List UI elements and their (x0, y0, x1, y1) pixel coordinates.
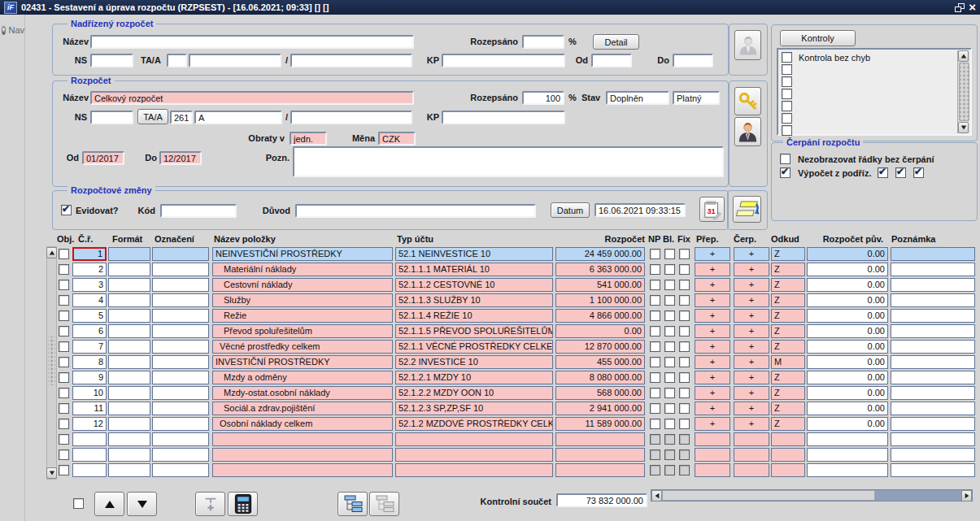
cell-rozpocet[interactable] (555, 448, 645, 462)
cell-prep[interactable]: + (695, 309, 730, 323)
cell-oznaceni[interactable] (152, 293, 209, 307)
cell-rozpocet-puv[interactable]: 0.00 (807, 278, 888, 292)
fix-checkbox[interactable] (679, 280, 690, 290)
bl-checkbox[interactable] (664, 419, 675, 429)
cell-cerp[interactable]: + (734, 278, 769, 292)
bl-checkbox[interactable] (664, 310, 675, 321)
bl-checkbox[interactable] (664, 264, 675, 275)
bl-checkbox[interactable] (664, 295, 675, 306)
cell-rozpocet[interactable]: 11 589 000.00 (555, 417, 645, 431)
kontrola-checkbox[interactable] (782, 76, 792, 87)
cell-nazev[interactable]: INVESTIČNÍ PROSTŘEDKY (212, 355, 393, 369)
cell-rozpocet-puv[interactable]: 0.00 (807, 402, 888, 415)
cell-odkud[interactable]: Z (771, 340, 805, 354)
cell-rozpocet-puv[interactable]: 0.00 (807, 247, 888, 261)
cell-cerp[interactable]: + (734, 340, 769, 354)
cell-poznamka[interactable] (891, 340, 975, 354)
row-select-checkbox[interactable] (59, 419, 69, 429)
kod-field[interactable] (160, 204, 237, 218)
cell-typ-uctu[interactable]: 52.1.1.1 MATERIÁL 10 (395, 263, 553, 276)
cell-odkud[interactable]: Z (771, 371, 805, 384)
cell-prep[interactable] (695, 432, 730, 446)
parent-taa2-field[interactable] (189, 54, 281, 67)
cell-format[interactable] (108, 463, 150, 477)
cell-nazev[interactable]: Mzdy-ostat.osobní náklady (212, 386, 393, 400)
cell-oznaceni[interactable] (152, 247, 209, 261)
obraty-field[interactable] (290, 132, 327, 145)
cell-prep[interactable]: + (695, 340, 730, 354)
kontrola-checkbox[interactable] (782, 64, 792, 75)
cell-nazev[interactable]: Materiální náklady (212, 263, 393, 276)
np-checkbox[interactable] (650, 341, 660, 352)
cell-format[interactable] (108, 417, 150, 431)
bl-checkbox[interactable] (664, 357, 675, 367)
np-checkbox[interactable] (650, 280, 660, 290)
np-checkbox[interactable] (650, 264, 660, 275)
fix-checkbox[interactable] (679, 264, 690, 275)
insert-row-button[interactable] (195, 492, 225, 516)
cell-format[interactable] (108, 247, 150, 261)
cell-typ-uctu[interactable]: 52.2 INVESTICE 10 (395, 355, 553, 369)
nezobrazovat-checkbox[interactable] (780, 154, 791, 164)
fix-checkbox[interactable] (679, 326, 690, 336)
row-select-checkbox[interactable] (59, 449, 69, 460)
budget-od-field[interactable] (82, 151, 124, 165)
cell-cr[interactable]: 6 (72, 324, 107, 338)
cell-cerp[interactable]: + (734, 371, 769, 384)
cell-cerp[interactable]: + (734, 247, 769, 261)
cell-typ-uctu[interactable] (395, 463, 553, 477)
cell-rozpocet-puv[interactable]: 0.00 (807, 355, 888, 369)
np-checkbox[interactable] (650, 310, 660, 321)
kontrola-checkbox[interactable] (782, 52, 792, 63)
cell-nazev[interactable] (212, 432, 393, 446)
taa-button[interactable]: TA/A (137, 109, 168, 124)
cell-poznamka[interactable] (891, 463, 975, 477)
cell-rozpocet-puv[interactable] (807, 463, 888, 477)
cell-typ-uctu[interactable]: 52.1.1.4 REŽIE 10 (395, 309, 553, 323)
mena-field[interactable] (378, 132, 416, 145)
row-select-checkbox[interactable] (59, 295, 69, 306)
cell-cerp[interactable]: + (734, 309, 769, 323)
budget-rozepsano-field[interactable] (522, 91, 564, 105)
cell-cr[interactable] (72, 448, 107, 462)
cell-cr[interactable]: 8 (72, 355, 107, 369)
cell-odkud[interactable]: Z (771, 324, 805, 338)
kontrola-checkbox[interactable] (782, 101, 792, 111)
cell-rozpocet[interactable]: 4 866 000.00 (555, 309, 645, 323)
copy-changes-button[interactable] (733, 196, 761, 223)
fix-checkbox[interactable] (679, 403, 690, 414)
kontrola-checkbox[interactable] (782, 125, 792, 136)
parent-taa1-field[interactable] (167, 54, 187, 67)
row-select-checkbox[interactable] (59, 403, 69, 414)
cell-rozpocet[interactable]: 568 000.00 (555, 386, 645, 400)
kontroly-list-item[interactable] (782, 101, 799, 111)
parent-rozepsano-field[interactable] (522, 35, 564, 49)
cell-typ-uctu[interactable]: 52.1.2.2 MZDY OON 10 (395, 386, 553, 400)
close-window-icon[interactable]: × (969, 2, 976, 13)
table-vertical-scrollbar[interactable] (46, 246, 57, 480)
fix-checkbox[interactable] (679, 249, 690, 259)
kontroly-list-item[interactable] (782, 64, 799, 75)
cell-nazev[interactable]: Mzdy a odměny (212, 371, 393, 384)
cell-prep[interactable]: + (695, 417, 730, 431)
cell-oznaceni[interactable] (152, 263, 209, 276)
cell-odkud[interactable]: Z (771, 417, 805, 431)
cell-rozpocet[interactable]: 12 870 000.00 (555, 340, 645, 354)
cell-typ-uctu[interactable]: 52.1.2.3 SP,ZP,SF 10 (395, 402, 553, 415)
cell-rozpocet-puv[interactable]: 0.00 (807, 309, 888, 323)
fix-checkbox[interactable] (679, 372, 690, 383)
np-checkbox[interactable] (650, 295, 660, 306)
cell-cerp[interactable]: + (734, 402, 769, 415)
cell-oznaceni[interactable] (152, 386, 209, 400)
cell-odkud[interactable]: Z (771, 402, 805, 415)
cell-format[interactable] (108, 293, 150, 307)
cell-prep[interactable]: + (695, 263, 730, 276)
cell-rozpocet[interactable]: 541 000.00 (555, 278, 645, 292)
budget-taa2-field[interactable] (194, 111, 282, 124)
fix-checkbox[interactable] (679, 419, 690, 429)
cell-cr[interactable]: 3 (72, 278, 107, 292)
footer-checkbox[interactable] (73, 498, 84, 509)
cell-poznamka[interactable] (891, 386, 975, 400)
evidovat-checkbox[interactable] (61, 205, 72, 215)
kontrola-checkbox[interactable] (782, 89, 792, 99)
